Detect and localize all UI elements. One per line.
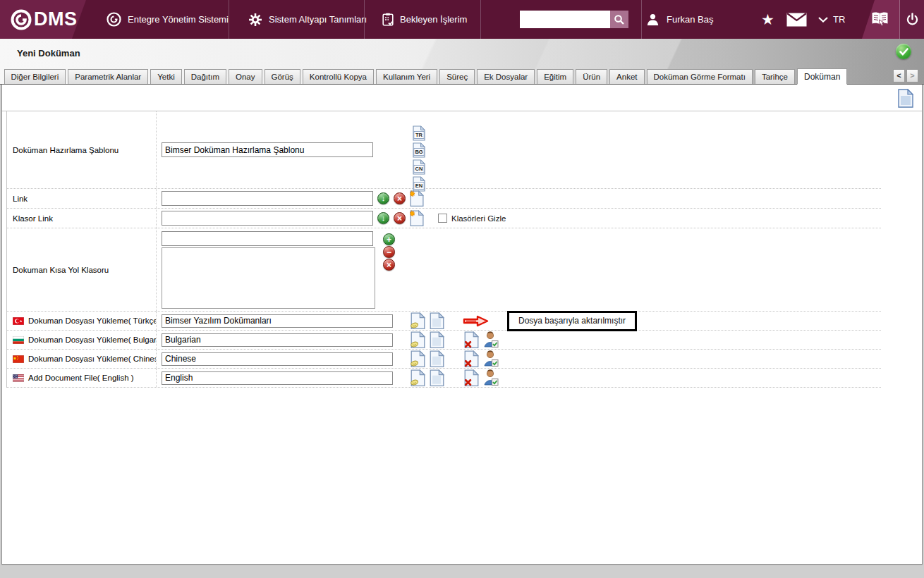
tab-onay[interactable]: Onay	[229, 69, 262, 84]
tab-parametrik-alanlar[interactable]: Parametrik Alanlar	[68, 69, 148, 84]
link-input[interactable]	[162, 191, 373, 206]
upload-input-turkish[interactable]	[162, 314, 393, 328]
shortcut-add-button[interactable]: +	[383, 233, 395, 245]
menu-item-label: Bekleyen İşlerim	[400, 14, 467, 25]
annotation-arrow-icon	[463, 315, 490, 327]
form-row-link: Link ↓ ×	[7, 189, 881, 209]
view-document-icon[interactable]	[898, 89, 913, 108]
view-file-icon[interactable]	[430, 350, 444, 367]
current-language: TR	[833, 14, 845, 25]
qdms-logo[interactable]: DMS	[0, 0, 86, 39]
qdms-logo-icon	[9, 8, 33, 32]
tab-doküman-görme-formatı[interactable]: Doküman Görme Formatı	[647, 69, 753, 84]
svg-text:TR: TR	[415, 132, 423, 138]
menu-divider	[229, 0, 229, 39]
view-file-icon[interactable]	[430, 331, 444, 348]
upload-file-icon[interactable]	[411, 331, 425, 348]
upload-input-chinese[interactable]	[162, 352, 393, 366]
tab-eğitim[interactable]: Eğitim	[537, 69, 573, 84]
upload-file-icon[interactable]	[411, 369, 425, 386]
shortcut-clear-button[interactable]: ×	[383, 259, 395, 271]
delete-file-icon[interactable]	[464, 369, 479, 386]
tab-süreç[interactable]: Süreç	[439, 69, 475, 84]
top-navigation-bar: DMS Entegre Yönetim Sistemi	[0, 0, 924, 39]
upload-file-icon[interactable]	[411, 350, 425, 367]
document-form: Doküman Hazırlama Şablonu TRBGCNEN Link …	[6, 111, 881, 388]
clipboard-icon	[382, 13, 394, 26]
tab-tarihçe[interactable]: Tarihçe	[755, 69, 795, 84]
view-file-icon[interactable]	[430, 312, 444, 329]
content-toolbar	[2, 85, 922, 111]
shortcut-folder-listbox[interactable]	[162, 247, 375, 309]
document-tab-content: Doküman Hazırlama Şablonu TRBGCNEN Link …	[1, 85, 923, 565]
page-header: Yeni Doküman Diğer BilgileriParametrik A…	[0, 39, 924, 85]
author-check-icon[interactable]	[483, 331, 499, 348]
shortcut-folder-input[interactable]	[162, 231, 373, 246]
global-search	[520, 11, 628, 28]
search-input[interactable]	[520, 11, 610, 28]
chevron-down-icon	[818, 17, 828, 23]
folder-link-clear-button[interactable]: ×	[394, 212, 406, 224]
search-button[interactable]	[610, 11, 628, 28]
form-row-upload-chinese: Dokuman Dosyası Yükleme( Chinese )	[7, 350, 881, 369]
save-success-badge[interactable]	[896, 44, 911, 59]
tab-doküman[interactable]: Doküman	[797, 68, 847, 85]
form-row-shortcut-folder: Dokuman Kısa Yol Klasoru + − ×	[7, 228, 881, 312]
china-flag-icon	[13, 355, 24, 363]
tab-ürün[interactable]: Ürün	[576, 69, 607, 84]
tab-görüş[interactable]: Görüş	[265, 69, 300, 84]
language-page-icon-tr[interactable]: TR	[413, 125, 425, 141]
link-label: Link	[7, 189, 157, 208]
language-page-icon-bg[interactable]: BG	[413, 142, 425, 158]
tab-yetki[interactable]: Yetki	[150, 69, 182, 84]
upload-label: Dokuman Dosyası Yükleme( Bulgarian )	[28, 336, 157, 344]
tab-dağıtım[interactable]: Dağıtım	[184, 69, 226, 84]
delete-file-icon[interactable]	[464, 350, 479, 367]
tab-kullanım-yeri[interactable]: Kullanım Yeri	[376, 69, 437, 84]
help-button[interactable]	[870, 0, 891, 39]
author-check-icon[interactable]	[483, 350, 499, 367]
shortcut-remove-button[interactable]: −	[383, 246, 395, 258]
tab-scroll-right-button[interactable]: >	[906, 69, 918, 82]
usa-flag-icon	[13, 374, 24, 382]
user-menu[interactable]: Furkan Baş	[646, 0, 713, 39]
qdms-circle-icon	[107, 12, 121, 27]
logout-button[interactable]	[906, 0, 919, 39]
menu-divider	[480, 0, 481, 39]
author-check-icon[interactable]	[483, 369, 499, 386]
link-document-new-icon[interactable]	[410, 190, 424, 207]
link-download-button[interactable]: ↓	[377, 192, 389, 204]
upload-input-english[interactable]	[162, 371, 393, 385]
folder-link-input[interactable]	[162, 211, 373, 226]
language-page-icon-cn[interactable]: CN	[413, 159, 425, 175]
help-book-icon	[870, 11, 891, 29]
bulgaria-flag-icon	[13, 336, 24, 344]
template-input[interactable]	[162, 142, 373, 157]
tab-scroll-left-button[interactable]: <	[893, 69, 905, 82]
menu-item-system-infrastructure[interactable]: Sistem Altyapı Tanımları	[248, 0, 367, 39]
favorites-button[interactable]: ★	[761, 0, 774, 39]
delete-file-icon[interactable]	[464, 331, 479, 348]
form-row-folder-link: Klasor Link ↓ × Klasörleri Gizle	[7, 209, 881, 228]
tab-diğer-bilgileri[interactable]: Diğer Bilgileri	[4, 69, 66, 84]
folder-link-document-new-icon[interactable]	[410, 210, 424, 226]
hide-folders-checkbox[interactable]	[438, 214, 447, 223]
upload-input-bulgarian[interactable]	[162, 333, 393, 347]
folder-link-download-button[interactable]: ↓	[377, 212, 389, 224]
messages-button[interactable]	[786, 0, 807, 39]
language-page-stack: TRBGCNEN	[413, 125, 425, 192]
tab-ek-dosyalar[interactable]: Ek Dosyalar	[477, 69, 535, 84]
menu-item-integrated-management[interactable]: Entegre Yönetim Sistemi	[107, 0, 229, 39]
turkey-flag-icon	[13, 317, 24, 325]
tab-anket[interactable]: Anket	[609, 69, 644, 84]
logo-text: DMS	[34, 8, 78, 30]
link-clear-button[interactable]: ×	[394, 192, 406, 204]
shortcut-folder-buttons: + − ×	[383, 233, 395, 271]
tab-kontrollü-kopya[interactable]: Kontrollü Kopya	[303, 69, 374, 84]
svg-text:BG: BG	[415, 149, 423, 155]
menu-item-pending-tasks[interactable]: Bekleyen İşlerim	[382, 0, 467, 39]
upload-file-icon[interactable]	[411, 312, 425, 329]
view-file-icon[interactable]	[430, 369, 444, 386]
form-row-upload-bulgarian: Dokuman Dosyası Yükleme( Bulgarian )	[7, 331, 881, 350]
language-selector[interactable]: TR	[818, 0, 845, 39]
